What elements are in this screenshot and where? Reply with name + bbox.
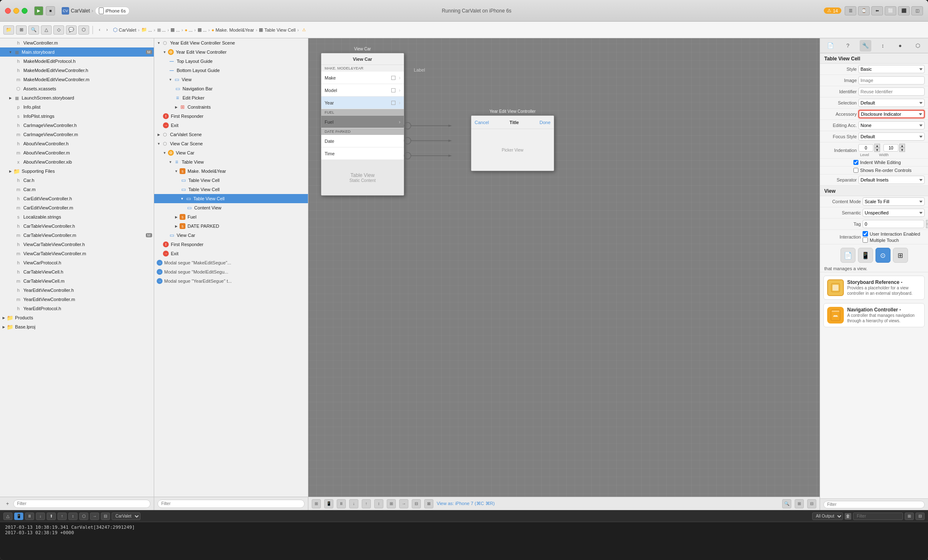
separator-select[interactable]: Default Insets <box>858 176 925 184</box>
canvas-rotate-btn[interactable]: ↕ <box>374 499 383 508</box>
canvas-pause-btn[interactable]: ⏸ <box>337 499 346 508</box>
ib-content-view[interactable]: ▭ Content View <box>154 203 308 212</box>
bc-item4[interactable]: ▦ ... <box>170 27 180 32</box>
toolbar-toggle-4[interactable]: ⬜ <box>885 6 896 15</box>
ib-exit-1[interactable]: → Exit <box>154 121 308 130</box>
device-badge[interactable]: iPhone 6s <box>95 7 130 15</box>
file-item-aboutvc-h[interactable]: h AboutViewController.h <box>0 139 154 148</box>
log-filter-input[interactable] <box>853 513 903 520</box>
sidebar-filter-input[interactable] <box>13 500 150 508</box>
bc-folder1[interactable]: 📁 ... <box>141 27 152 32</box>
level-input[interactable] <box>858 144 873 152</box>
file-item-yeareditprotocol[interactable]: h YearEditProtocol.h <box>0 304 154 313</box>
debug-step2-btn[interactable]: ⬆ <box>47 513 56 520</box>
toolbar-toggle-5[interactable]: ⬛ <box>898 6 910 15</box>
file-item-carimagevc-m[interactable]: m CarImageViewController.m <box>0 130 154 139</box>
ib-view[interactable]: ▭ View <box>154 75 308 84</box>
diamond-btn[interactable]: ◇ <box>53 25 64 35</box>
multiple-touch-checkbox[interactable] <box>863 237 868 243</box>
file-item-infoplist[interactable]: p Info.plist <box>0 102 154 112</box>
canvas-layout-btn[interactable]: ⊠ <box>424 499 433 508</box>
breadcrumb-back[interactable]: ‹ <box>96 27 103 33</box>
level-up-btn[interactable]: ▲ <box>874 144 880 148</box>
toolbar-toggle-1[interactable]: ☰ <box>845 6 856 15</box>
log-layout-btn1[interactable]: ⊞ <box>905 513 914 520</box>
user-interaction-checkbox[interactable] <box>863 231 868 236</box>
file-item-makemodeleditvc-h[interactable]: h MakeModelEditViewController.h <box>0 66 154 75</box>
canvas-wrapper[interactable]: View Car View Car MAKE. MODEL&YEAR Make … <box>308 38 820 510</box>
debug-device-btn[interactable]: 📱 <box>14 513 23 520</box>
minimize-button[interactable] <box>13 8 19 14</box>
ib-first-responder-1[interactable]: ! First Responder <box>154 112 308 121</box>
ib-segue-model[interactable]: → Modal segue "ModelEditSegu... <box>154 267 308 276</box>
file-item-baselproj[interactable]: 📁 Base.lproj <box>0 322 154 331</box>
stop-button[interactable]: ■ <box>46 6 55 15</box>
debug-grid-btn[interactable]: ⊟ <box>101 513 110 520</box>
semantic-select[interactable]: Unspecified <box>863 209 925 217</box>
canvas-arrow-btn[interactable]: → <box>399 499 408 508</box>
debug-share-btn[interactable]: ⬡ <box>79 513 88 520</box>
file-item-assets[interactable]: ⬡ Assets.xcassets <box>0 84 154 93</box>
ib-constraints[interactable]: ⊞ Constraints <box>154 102 308 112</box>
width-up-btn[interactable]: ▲ <box>899 144 905 148</box>
bc-item6[interactable]: ▦ ... <box>198 27 207 32</box>
bc-table-view-cell[interactable]: ▦ Table View Cell <box>259 27 295 32</box>
width-input[interactable] <box>883 144 898 152</box>
breadcrumb-forward[interactable]: › <box>104 27 110 33</box>
tag-up-btn[interactable]: ▲ <box>926 220 928 224</box>
ib-view-car[interactable]: ⊙ View Car <box>154 148 308 157</box>
canvas-down-btn[interactable]: ↓ <box>349 499 358 508</box>
canvas-rows-btn[interactable]: ⊟ <box>807 499 816 508</box>
canvas-link-btn[interactable]: ⊞ <box>387 499 396 508</box>
toolbar-toggle-2[interactable]: ⌚ <box>858 6 870 15</box>
focus-style-select[interactable]: Default <box>858 132 925 141</box>
search-btn[interactable]: 🔍 <box>28 25 39 35</box>
file-item-viewcartablevc-h[interactable]: h ViewCarTableViewController.h <box>0 240 154 249</box>
ib-year-edit-scene[interactable]: ⬡ Year Edit View Controller Scene <box>154 38 308 47</box>
inspector-btn-file[interactable]: 📄 <box>840 248 855 263</box>
ib-filter-input[interactable] <box>158 500 305 508</box>
ib-year-edit-vc[interactable]: ⊙ Year Edit View Controller <box>154 47 308 57</box>
ib-segue-make[interactable]: → Modal segue "MakeEditSegue"... <box>154 258 308 267</box>
file-item-viewcartablevc-m[interactable]: m ViewCarTableViewController.m <box>0 249 154 258</box>
inspector-btn-settings[interactable]: ⊞ <box>893 248 908 263</box>
ib-table-cell-2[interactable]: ▭ Table View Cell <box>154 185 308 194</box>
ib-first-responder-2[interactable]: ! First Responder <box>154 240 308 249</box>
debug-up-btn[interactable]: △ <box>3 513 13 520</box>
ib-fuel-section[interactable]: § Fuel <box>154 212 308 222</box>
debug-arrow-btn[interactable]: → <box>90 513 99 520</box>
canvas-columns-btn[interactable]: ⊞ <box>795 499 804 508</box>
inspector-tab-size[interactable]: ↕ <box>877 40 888 52</box>
ib-exit-2[interactable]: → Exit <box>154 249 308 258</box>
ib-view-car-view[interactable]: ▭ View Car <box>154 231 308 240</box>
file-item-caredit-m[interactable]: m CarEditViewController.m <box>0 203 154 212</box>
file-item-infopliststrings[interactable]: s InfoPlist.strings <box>0 112 154 121</box>
clear-log-btn[interactable]: 🗑 <box>845 513 851 520</box>
toolbar-toggle-3[interactable]: ⬅ <box>871 6 883 15</box>
inspector-btn-active[interactable]: ⊙ <box>875 248 890 263</box>
inspector-tab-connections[interactable]: ● <box>894 40 906 52</box>
warning-badge[interactable]: ⚠ 14 <box>824 7 841 14</box>
file-item-car-m[interactable]: m Car.m <box>0 185 154 194</box>
inspector-tab-help[interactable]: ? <box>842 40 854 52</box>
image-input[interactable] <box>858 76 925 85</box>
ib-top-layout[interactable]: ─ Top Layout Guide <box>154 57 308 66</box>
file-item-cartableviewcell-h[interactable]: h CarTableViewCell.h <box>0 267 154 276</box>
ib-edit-picker[interactable]: ≡ Edit Picker <box>154 93 308 102</box>
bc-carvalet[interactable]: ⬡ CarValet <box>113 27 136 33</box>
inspector-btn-phone[interactable]: 📱 <box>858 248 873 263</box>
folder-icon-btn[interactable]: 📁 <box>3 25 14 35</box>
canvas-zoom-out[interactable]: 🔍 <box>782 499 791 508</box>
file-item-carimagevc-h[interactable]: h CarImageViewController.h <box>0 121 154 130</box>
file-item-car-h[interactable]: h Car.h <box>0 176 154 185</box>
file-item-supporting-files[interactable]: 📁 Supporting Files <box>0 167 154 176</box>
tag-down-btn[interactable]: ▼ <box>926 224 928 228</box>
file-item-cartablevc-m[interactable]: m CarTableViewController.m M <box>0 231 154 240</box>
selection-select[interactable]: Default <box>858 99 925 107</box>
ib-table-cell-3-selected[interactable]: ▭ Table View Cell <box>154 194 308 203</box>
file-item-viewcarprotocol[interactable]: h ViewCarProtocol.h <box>0 258 154 267</box>
output-select[interactable]: All Output <box>812 513 843 520</box>
ib-table-view[interactable]: ≡ Table View <box>154 157 308 167</box>
file-item-yeareditvc-m[interactable]: m YearEditViewController.m <box>0 295 154 304</box>
inspector-tab-attributes[interactable]: 🔧 <box>860 40 871 52</box>
